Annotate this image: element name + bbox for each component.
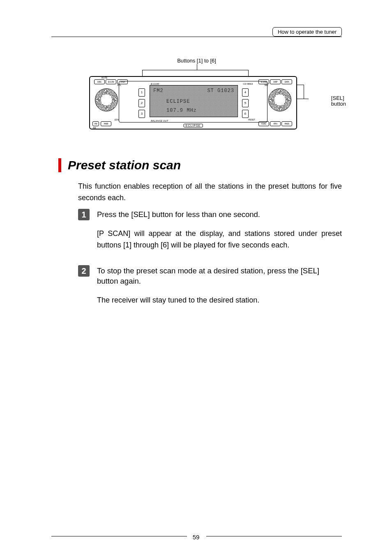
brand-label: ECLIPSE	[184, 124, 203, 127]
section-heading: Preset station scan	[68, 158, 181, 172]
preset-buttons-left: 1 2 3	[138, 88, 145, 118]
preset-button-5[interactable]: 5	[242, 99, 249, 107]
step-1-heading: Press the [SEL] button for less than one…	[97, 210, 342, 220]
model-label: CD 8063	[243, 83, 253, 85]
am-label: AM	[93, 127, 96, 129]
step-1-body: [P SCAN] will appear at the display, and…	[97, 228, 342, 251]
leader-line	[197, 64, 197, 70]
lcd-status: ST G1023	[207, 88, 234, 94]
vol-label: VOL	[117, 84, 121, 86]
step-1: 1 Press the [SEL] button for less than o…	[78, 210, 342, 251]
callout-sel-button: [SEL] button	[331, 95, 346, 107]
header-breadcrumb: How to operate the tuner	[272, 27, 342, 37]
radio-diagram: Buttons [1] to [6] [SEL] button DISC E-C…	[51, 58, 342, 140]
fm-button[interactable]: FM	[92, 121, 99, 126]
esn-label: ESN	[115, 118, 119, 121]
callout-sel-line2: button	[331, 101, 346, 107]
radio-faceplate: DISC E-COM OPEN MUTE VOL SOUND DISP DATA…	[89, 76, 297, 129]
step-number-1: 1	[78, 209, 90, 220]
footer-rule-left	[51, 536, 187, 536]
preset-button-1[interactable]: 1	[138, 88, 145, 97]
page-number: 59	[193, 534, 200, 541]
data-button[interactable]: DATA	[281, 79, 292, 84]
page: How to operate the tuner Buttons [1] to …	[0, 0, 392, 557]
section-heading-row: Preset station scan	[58, 158, 342, 172]
preset-button-4[interactable]: 4	[242, 88, 249, 97]
step-number-2: 2	[78, 265, 90, 277]
ecom-button[interactable]: E-COM	[106, 79, 116, 84]
preset-buttons-right: 4 5 6	[242, 88, 249, 118]
leader-line	[142, 70, 248, 70]
pass-button[interactable]: PASS	[281, 121, 292, 126]
sel-label: SEL	[265, 84, 268, 86]
lcd-display: FM2 ST G1023 ECLIPSE 107.9 MHz	[150, 85, 238, 117]
lcd-frequency: 107.9 MHz	[166, 108, 197, 113]
mute-label: MUTE	[101, 76, 107, 79]
pwr-button[interactable]: PWR	[101, 121, 111, 126]
lcd-band: FM2	[153, 88, 164, 94]
intro-paragraph: This function enables reception of all t…	[78, 181, 342, 204]
step-2: 2 To stop the preset scan mode at a desi…	[78, 266, 342, 306]
footer-rule-right	[206, 536, 342, 536]
leader-line	[297, 99, 309, 99]
callout-buttons-1-6: Buttons [1] to [6]	[177, 58, 216, 64]
heading-accent-bar	[58, 158, 61, 172]
preset-button-6[interactable]: 6	[242, 110, 249, 118]
volume-knob[interactable]	[95, 88, 118, 111]
disc-button[interactable]: DISC	[94, 79, 105, 84]
callout-sel-line1: [SEL]	[331, 95, 344, 101]
leader-line	[304, 85, 304, 99]
balance-label: BALANCE OUT	[151, 120, 168, 122]
reset-label: RESET	[248, 118, 255, 121]
lcd-text: ECLIPSE	[166, 99, 190, 104]
rtn-button[interactable]: RTN	[270, 121, 281, 126]
step-2-heading: To stop the preset scan mode at a desire…	[97, 266, 342, 287]
tuning-knob[interactable]	[268, 88, 291, 111]
preset-button-2[interactable]: 2	[138, 99, 145, 107]
func-button[interactable]: FUNC	[258, 121, 269, 126]
disp-button[interactable]: DISP	[270, 79, 281, 84]
step-2-body: The receiver will stay tuned to the desi…	[97, 295, 342, 306]
preset-button-3[interactable]: 3	[138, 110, 145, 118]
header-rule	[51, 37, 342, 37]
